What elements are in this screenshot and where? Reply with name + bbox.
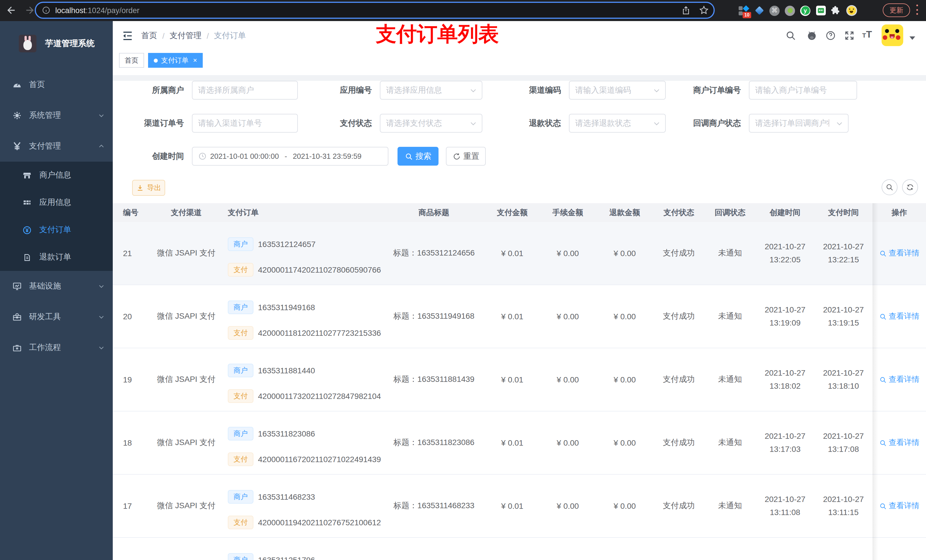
filter-label-create-time: 创建时间 [116,147,184,166]
font-size-icon[interactable]: TT [862,29,872,41]
reset-button[interactable]: 重置 [446,147,486,166]
pay-tag: 支付 [228,453,253,466]
export-button[interactable]: 导出 [132,180,165,196]
table-row: 21 微信 JSAPI 支付 商户1635312124657 支付4200001… [113,222,926,285]
close-tab-icon[interactable]: × [193,56,197,64]
tags-bar: 首页 支付订单 × [113,50,926,76]
kite-extension-icon[interactable] [754,5,765,16]
cell-fee: ¥ 0.00 [539,285,596,348]
table-row: 18 微信 JSAPI 支付 商户1635311823086 支付4200001… [113,412,926,475]
show-search-toggle-button[interactable] [882,179,897,195]
command-extension-icon[interactable]: ⌘ [769,5,780,16]
cell-pay-order: 商户1635311823086 支付4200001167202110271022… [223,412,383,474]
cell-fee: ¥ 0.00 [539,348,596,411]
app-logo-row[interactable]: 芋道管理系统 [0,26,113,61]
tab-home[interactable]: 首页 [119,53,144,68]
merchant-order-no: 1635312124657 [258,240,316,249]
sidebar-fold-icon[interactable] [121,30,134,42]
fullscreen-icon[interactable] [844,30,855,41]
create-time-range-input[interactable]: 2021-10-01 00:00:00 - 2021-10-31 23:59:5… [192,147,388,166]
view-detail-link[interactable]: 查看详情 [873,475,926,537]
breadcrumb-home[interactable]: 首页 [141,30,157,41]
filter-label-channel-order-no: 渠道订单号 [116,114,184,133]
search-button[interactable]: 搜索 [398,147,439,166]
view-detail-link[interactable]: 查看详情 [873,222,926,285]
notify-status-select[interactable]: 请选择订单回调商户状态 [749,114,849,133]
channel-code-select[interactable]: 请输入渠道编码 [569,81,666,100]
help-icon[interactable] [825,30,836,41]
bookmark-star-icon[interactable] [699,5,709,15]
site-info-icon[interactable] [42,6,51,15]
extensions-puzzle-icon[interactable] [830,5,842,16]
view-detail-link[interactable]: 查看详情 [873,348,926,411]
sidebar-item-infra[interactable]: 基础设施 [0,271,113,302]
github-icon[interactable] [806,30,817,41]
cell-id: 21 [113,222,149,285]
sidebar-item-refund-order[interactable]: 退款订单 [0,244,113,271]
cell-pay-status: 支付成功 [653,222,705,285]
share-icon[interactable] [681,5,691,15]
cell-notify-status: 未通知 [705,222,756,285]
sidebar-item-pay-order[interactable]: 支付订单 [0,216,113,244]
record-extension-icon[interactable] [784,5,796,16]
sidebar-item-pay[interactable]: 支付管理 [0,131,113,162]
merchant-order-no: 1635311949168 [258,303,315,312]
sidebar-item-merchant-info[interactable]: 商户信息 [0,162,113,189]
profile-avatar-icon[interactable] [846,5,857,16]
sidebar-item-system[interactable]: 系统管理 [0,100,113,131]
extension-badge-icon[interactable]: 10 [738,5,749,16]
cell-pay-order: 商户1635312124657 支付4200001174202110278060… [223,222,383,285]
browser-menu-icon[interactable] [916,5,918,15]
cell-title: 标题：1635311949168 [383,285,485,348]
merchant-order-no-input[interactable]: 请输入商户订单编号 [749,81,857,100]
chevron-down-icon [98,283,105,290]
table-header: 编号 支付渠道 支付订单 商品标题 支付金额 手续金额 退款金额 支付状态 回调… [113,203,926,222]
filter-label-pay-status: 支付状态 [304,114,372,133]
chat-extension-icon[interactable] [815,5,826,16]
sidebar-item-workflow[interactable]: 工作流程 [0,332,113,363]
sidebar-item-home[interactable]: 首页 [0,69,113,100]
chrome-update-button[interactable]: 更新 [883,3,910,17]
refund-status-select[interactable]: 请选择退款状态 [569,114,666,133]
avatar-caret-icon[interactable] [909,36,915,40]
y-extension-icon[interactable] [800,5,811,16]
pay-tag: 支付 [228,516,253,529]
pay-order-no: 4200001173202110272847982104 [258,391,381,401]
app-select[interactable]: 请选择应用信息 [380,81,483,100]
cell-paid-time: 2021-10-2713:19:15 [814,285,873,348]
channel-order-no-input[interactable]: 请输入渠道订单号 [192,114,298,133]
back-icon[interactable] [6,5,17,16]
breadcrumb-pay[interactable]: 支付管理 [170,30,201,41]
table-row: 17 微信 JSAPI 支付 商户1635311468233 支付4200001… [113,475,926,538]
cell-refund: ¥ 0.00 [596,412,653,474]
merchant-select[interactable]: 请选择所属商户 [192,81,298,100]
sidebar: 芋道管理系统 首页 系统管理 支付管理 商户信息 [0,21,113,560]
sidebar-item-devtools[interactable]: 研发工具 [0,302,113,332]
pay-status-select[interactable]: 请选择支付状态 [380,114,483,133]
pay-tag: 支付 [228,389,253,403]
merchant-tag: 商户 [228,364,253,377]
tab-pay-order[interactable]: 支付订单 × [148,53,203,68]
pay-tag: 支付 [228,263,253,276]
cell-paid-time: 2021-10-2713:17:08 [814,412,873,474]
search-icon[interactable] [785,30,796,41]
url-bar[interactable]: localhost:1024/pay/order [35,2,715,19]
cell-amount: ¥ 0.01 [485,222,539,285]
view-detail-link[interactable]: 查看详情 [873,412,926,474]
refresh-table-button[interactable] [902,179,918,195]
user-avatar[interactable] [882,24,903,46]
merchant-tag: 商户 [228,300,253,314]
forward-icon[interactable] [24,5,35,16]
cell-title: 标题：1635311468233 [383,475,485,537]
view-detail-link[interactable]: 查看详情 [873,285,926,348]
cell-refund: ¥ 0.00 [596,475,653,537]
search-icon [879,502,887,510]
active-tab-dot [154,58,158,62]
store-icon [22,171,32,180]
sidebar-item-app-info[interactable]: 应用信息 [0,189,113,216]
cell-amount: ¥ 0.01 [485,348,539,411]
cell-fee: ¥ 0.00 [539,412,596,474]
cell-pay-status: 支付成功 [653,475,705,537]
extensions-row: 10 ⌘ [738,3,857,18]
filter-label-merchant: 所属商户 [116,81,184,100]
